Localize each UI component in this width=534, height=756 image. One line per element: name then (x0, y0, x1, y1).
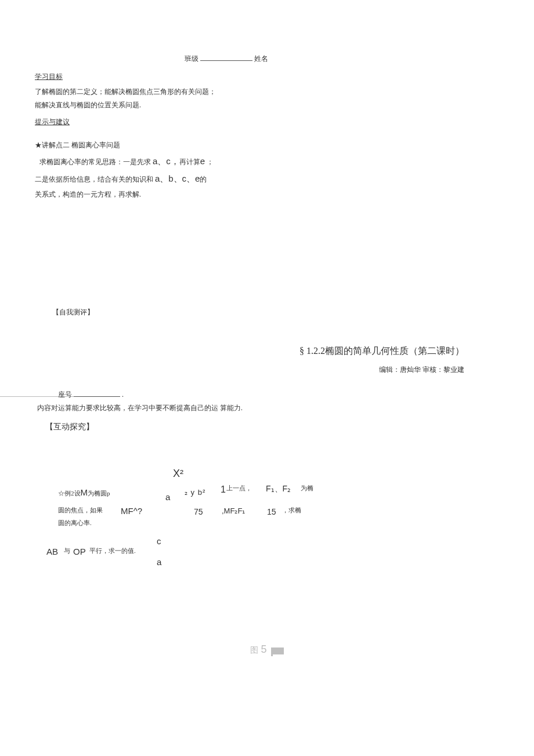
section-title: § 1.2.2椭圆的简单几何性质（第二课时） (35, 342, 464, 360)
footer-box-icon (271, 648, 284, 654)
ex-prefix: ☆例2设M为椭圆p (58, 484, 110, 501)
name-label: 姓名 (254, 55, 268, 63)
class-blank[interactable] (200, 55, 252, 61)
ex-15: 15 (267, 504, 276, 520)
footer-num: 5 (261, 643, 266, 655)
ex-qiu: ，求椭 (282, 504, 301, 516)
point2-l1-e: e (200, 156, 205, 166)
content-note: 内容对运算能力要求比较高，在学习中要不断提高自己的运 算能力. (37, 402, 499, 415)
ex-OP: OP (73, 544, 86, 560)
ex-line2: 圆的焦点，如果 (58, 504, 103, 516)
ex-line3: 圆的离心率. (58, 517, 92, 529)
ex-2yb: ₂ y b² (185, 486, 205, 500)
ex-AB: AB (46, 544, 58, 560)
objectives-line2: 能解决直线与椭圆的位置关系问题. (35, 99, 499, 112)
point2-l1-b: 再计算 (179, 158, 200, 165)
tips-heading: 提示与建议 (35, 115, 499, 129)
point2-title: ★讲解点二 椭圆离心率问题 (35, 139, 499, 152)
point2-l1-c: ； (205, 158, 214, 165)
ex-weitu: 为椭 (301, 482, 313, 494)
self-eval-heading: 【自我测评】 (35, 306, 499, 319)
ex-px: 平行，求一的值. (89, 545, 136, 557)
example-block: ☆例2设M为椭圆p X² a ₂ y b² 1 上一点， F₁、F₂ 为椭 圆的… (58, 464, 383, 556)
header-line: 班级 姓名 (151, 52, 302, 66)
ex-75: 75 (194, 504, 203, 520)
point2-l2-vars: a、b、c、e (155, 173, 200, 183)
seat-text: 座号 . (58, 388, 124, 401)
ex-F1F2: F₁、F₂ (266, 481, 291, 497)
seat-period: . (122, 390, 124, 399)
ex-mid1: 为椭圆p (88, 490, 110, 497)
interact-heading: 【互动探究】 (45, 419, 499, 435)
page-footer: 图5 (0, 639, 534, 659)
point2-line1: 求椭圆离心率的常见思路：一是先求 a、c，再计算e ； (35, 153, 499, 170)
point2-l1-vars: a、c， (153, 156, 179, 166)
point2-line2: 二是依据所给信息，结合有关的知识和 a、b、c、e的 (35, 171, 499, 187)
section-subtitle: 编辑：唐灿华 审核：黎业建 (35, 363, 464, 377)
ex-M: M (81, 487, 88, 497)
point2-l1-text: 求椭圆离心率的常见思路：一是先求 (39, 158, 153, 165)
ex-X2: X² (173, 464, 183, 483)
point2-l2-b: 的 (200, 176, 207, 183)
point2-line3: 关系式，构造的一元方程，再求解. (35, 189, 499, 201)
seat-row: 座号 . (35, 388, 499, 400)
footer-tu: 图 (250, 645, 258, 654)
objectives-heading: 学习目标 (35, 70, 499, 84)
ex-one: 1 (221, 481, 226, 498)
title-block: § 1.2.2椭圆的简单几何性质（第二课时） 编辑：唐灿华 审核：黎业建 (35, 342, 499, 377)
class-label: 班级 (185, 55, 199, 63)
ex-yi: 与 (64, 545, 70, 557)
objectives-line1: 了解椭圆的第二定义；能解决椭圆焦点三角形的有关问题； (35, 86, 499, 99)
ex-c: c (157, 533, 161, 550)
ex-a: a (165, 489, 170, 506)
ex-upper: 上一点， (226, 482, 252, 494)
ex-prefix-text: ☆例2设 (58, 490, 81, 497)
point2-l2-a: 二是依据所给信息，结合有关的知识和 (35, 176, 155, 183)
seat-label: 座号 (58, 390, 72, 399)
seat-blank[interactable] (74, 390, 120, 397)
ex-MF: MF^? (121, 503, 142, 520)
ex-MF2: ,MF₂F₁ (222, 504, 245, 519)
ex-a2: a (157, 554, 161, 571)
